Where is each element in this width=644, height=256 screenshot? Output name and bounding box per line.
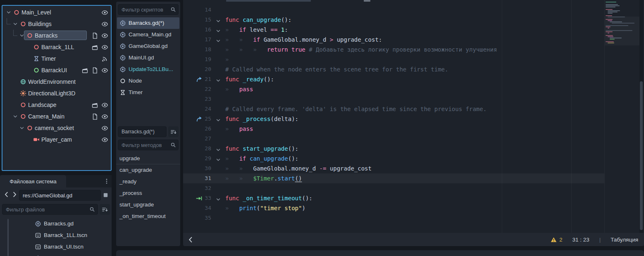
method-list-item[interactable]: upgrade: [116, 153, 180, 164]
fold-arrow-icon[interactable]: [215, 27, 221, 33]
eye-icon[interactable]: [101, 32, 108, 39]
toggle-split-mode-icon[interactable]: [103, 192, 109, 198]
open-scene-icon[interactable]: [91, 102, 98, 109]
eye-icon[interactable]: [101, 136, 108, 143]
tree-node[interactable]: WorldEnvironment: [2, 76, 111, 88]
code-line-31[interactable]: 31»»$Timer.start(): [183, 173, 604, 183]
script-list-item[interactable]: Node: [117, 75, 179, 87]
signal-icon[interactable]: [101, 55, 108, 62]
method-filter-input[interactable]: [118, 140, 179, 150]
script-list-item[interactable]: MainUI.gd: [117, 52, 179, 64]
fold-arrow-icon[interactable]: [215, 195, 221, 201]
tree-node[interactable]: Buildings: [2, 18, 111, 30]
file-item[interactable]: Barracks.gd: [0, 218, 112, 230]
code-line-14[interactable]: 14: [183, 5, 604, 15]
eye-icon[interactable]: [101, 113, 108, 120]
method-list-item[interactable]: _on_timer_timeout: [116, 211, 180, 222]
eye-icon[interactable]: [101, 67, 108, 74]
tree-node[interactable]: Main_Level: [2, 7, 111, 18]
history-back-icon[interactable]: [3, 191, 10, 198]
editor-scrollbar-thumb[interactable]: [640, 81, 643, 230]
collapse-scripts-panel-icon[interactable]: [187, 236, 194, 243]
filesystem-path-field[interactable]: [19, 190, 101, 201]
expand-chevron-icon[interactable]: [12, 21, 18, 27]
file-item[interactable]: Barrack_UI.tscn: [0, 241, 112, 253]
bottom-panel[interactable]: [116, 250, 644, 256]
tree-node[interactable]: BarrackUI: [2, 64, 111, 76]
script-icon[interactable]: [91, 32, 98, 39]
fold-arrow-icon[interactable]: [215, 37, 221, 43]
script-filter-input[interactable]: [118, 4, 179, 15]
method-list-item[interactable]: _ready: [116, 176, 180, 187]
method-sort-button[interactable]: [168, 126, 179, 137]
code-line-18[interactable]: 18»»»return true # Добавьте здесь логику…: [183, 45, 604, 55]
script-list-item[interactable]: UpdateTo2LLBu...: [117, 64, 179, 75]
tree-node[interactable]: Player_cam: [2, 134, 111, 145]
script-list-item[interactable]: GameGlobal.gd: [117, 40, 179, 52]
expand-chevron-icon[interactable]: [12, 114, 18, 119]
code-line-32[interactable]: 32: [183, 183, 604, 193]
code-line-23[interactable]: 23: [183, 94, 604, 104]
code-line-35[interactable]: 35: [183, 213, 604, 223]
expand-chevron-icon[interactable]: [19, 125, 25, 131]
script-list-item[interactable]: Timer: [117, 87, 179, 98]
gdscript-icon: [35, 220, 41, 227]
file-item[interactable]: [0, 253, 112, 256]
method-list-item[interactable]: _process: [116, 187, 180, 199]
code-text: func start_upgrade():: [225, 144, 298, 154]
open-scene-icon[interactable]: [91, 44, 98, 51]
minimap[interactable]: [604, 0, 639, 233]
code-editor[interactable]: 1415func can_upgrade():16»if level == 1:…: [183, 0, 644, 233]
code-line-34[interactable]: 34»print("timer stop"): [183, 203, 604, 213]
code-line-22[interactable]: 22»pass: [183, 84, 604, 94]
code-line-16[interactable]: 16»if level == 1:: [183, 25, 604, 35]
code-line-27[interactable]: 27: [183, 134, 604, 144]
tree-node[interactable]: Timer: [2, 53, 111, 64]
code-line-21[interactable]: 21func _ready():: [183, 74, 604, 84]
code-line-19[interactable]: 19»: [183, 55, 604, 64]
tree-node[interactable]: Landscape: [2, 99, 111, 111]
eye-icon[interactable]: [101, 102, 108, 109]
script-list-item[interactable]: Camera_Main.gd: [117, 29, 179, 40]
open-scene-icon[interactable]: [81, 67, 88, 74]
code-line-28[interactable]: 28func start_upgrade():: [183, 144, 604, 154]
code-line-29[interactable]: 29»if can_upgrade():: [183, 154, 604, 164]
file-item[interactable]: Barrack_1LL.tscn: [0, 230, 112, 241]
expand-chevron-icon[interactable]: [6, 9, 12, 15]
indent-mode[interactable]: Табуляция: [611, 237, 638, 243]
script-icon[interactable]: [91, 113, 98, 120]
code-line-20[interactable]: 20# Called when the node enters the scen…: [183, 64, 604, 74]
code-line-17[interactable]: 17»»if GameGlobal.money_d > upgrade_cost…: [183, 35, 604, 45]
fold-arrow-icon[interactable]: [215, 17, 221, 23]
warnings-indicator[interactable]: 2: [551, 237, 562, 243]
tree-node[interactable]: DirectionalLight3D: [2, 88, 111, 99]
code-line-30[interactable]: 30»»GameGlobal.money_d -= upgrade_cost: [183, 164, 604, 173]
history-forward-icon[interactable]: [11, 191, 18, 198]
tree-node[interactable]: Camera_Main: [2, 111, 111, 122]
tree-node[interactable]: camera_socket: [2, 122, 111, 134]
code-line-15[interactable]: 15func can_upgrade():: [183, 15, 604, 25]
fold-arrow-icon[interactable]: [215, 116, 221, 122]
eye-icon[interactable]: [101, 125, 108, 132]
fold-arrow-icon[interactable]: [215, 156, 221, 161]
method-list-item[interactable]: can_upgrade: [116, 164, 180, 176]
eye-icon[interactable]: [101, 9, 108, 16]
script-icon[interactable]: [91, 67, 98, 74]
code-line-33[interactable]: 33func _on_timer_timeout():: [183, 193, 604, 203]
tree-node[interactable]: Barrack_1LL: [2, 41, 111, 53]
fold-arrow-icon[interactable]: [215, 146, 221, 152]
file-filter-input[interactable]: [2, 204, 98, 215]
script-list-item[interactable]: Barracks.gd(*): [117, 17, 179, 29]
filesystem-tab[interactable]: Файловая система: [0, 175, 66, 187]
code-line-24[interactable]: 24# Called every frame. 'delta' is the e…: [183, 104, 604, 114]
minimap-line: [608, 20, 612, 21]
tree-node[interactable]: Barracks: [2, 30, 111, 41]
eye-icon[interactable]: [101, 44, 108, 51]
method-list-item[interactable]: start_upgrade: [116, 199, 180, 211]
filesystem-menu-icon[interactable]: [103, 178, 110, 185]
fold-arrow-icon[interactable]: [215, 76, 221, 82]
file-sort-button[interactable]: [100, 204, 110, 215]
code-line-25[interactable]: 25func _process(delta):: [183, 114, 604, 124]
code-line-26[interactable]: 26»pass: [183, 124, 604, 134]
eye-icon[interactable]: [101, 21, 108, 28]
